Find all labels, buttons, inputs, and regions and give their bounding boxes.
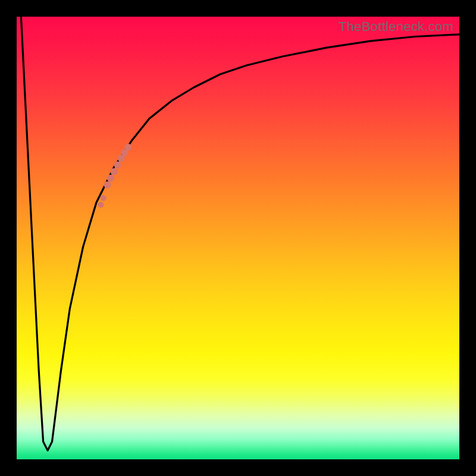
curve-svg <box>17 17 459 459</box>
data-marker <box>114 161 121 168</box>
bottleneck-curve <box>21 17 459 450</box>
chart-frame: TheBottleneck.com <box>0 0 476 476</box>
data-marker <box>101 195 107 201</box>
marker-group <box>98 144 131 208</box>
data-marker <box>98 202 104 208</box>
plot-area: TheBottleneck.com <box>17 17 459 459</box>
data-marker <box>104 181 111 189</box>
data-marker <box>111 168 118 175</box>
data-marker <box>125 144 132 151</box>
data-marker <box>107 175 114 182</box>
